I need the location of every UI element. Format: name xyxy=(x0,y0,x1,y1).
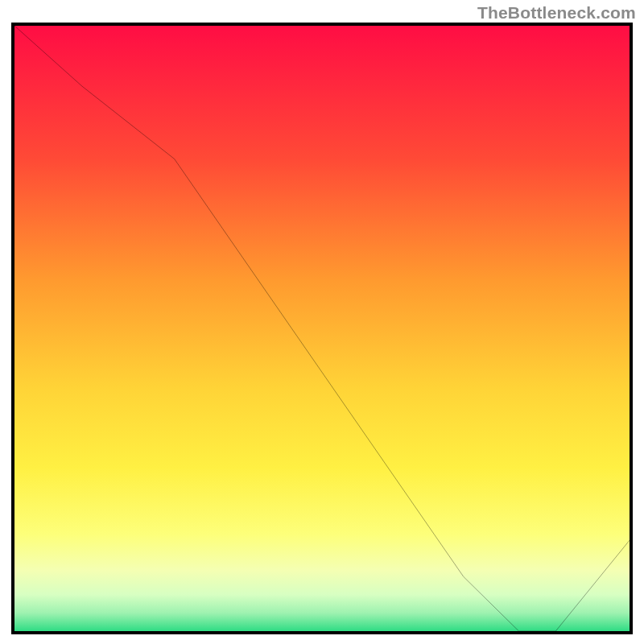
watermark-text: TheBottleneck.com xyxy=(477,3,636,23)
plot-area xyxy=(11,23,633,634)
data-line xyxy=(14,26,630,631)
chart-container: { "watermark": "TheBottleneck.com", "inl… xyxy=(0,0,644,644)
